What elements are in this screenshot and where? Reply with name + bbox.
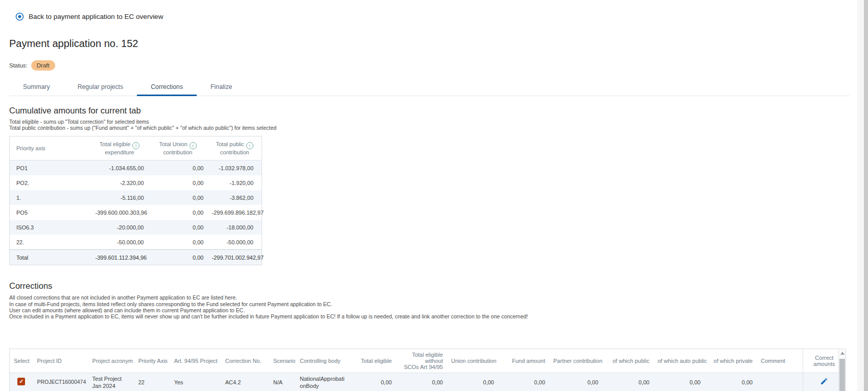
- status-label: Status:: [9, 62, 28, 68]
- page-scrollbar-track[interactable]: [857, 0, 864, 391]
- cumulative-amounts-table: Priority axis Total eligible expenditure…: [9, 136, 262, 265]
- col-of-which-private: of which private: [705, 349, 757, 373]
- corrections-heading: Corrections: [9, 281, 868, 291]
- table-row: ISO6.3 -20.000,00 0,00 -18.000,00: [10, 220, 262, 235]
- page-title: Payment application no. 152: [9, 38, 868, 50]
- col-comment: Comment: [757, 349, 803, 373]
- scrollbar-thumb[interactable]: [839, 359, 845, 391]
- col-total-union-contribution: Total Union contribution: [148, 136, 208, 160]
- col-controlling-body: Controlling body: [296, 349, 349, 373]
- cumulative-heading: Cumulative amounts for current tab: [9, 106, 868, 116]
- info-icon[interactable]: [190, 142, 197, 149]
- col-of-which-auto-public: of which auto public: [653, 349, 705, 373]
- col-select: Select: [10, 349, 33, 373]
- page-scrollbar-thumb[interactable]: [864, 0, 868, 391]
- corrections-note: All closed corrections that are not incl…: [9, 294, 868, 301]
- col-project-id: Project ID: [33, 349, 88, 373]
- info-icon[interactable]: [132, 142, 139, 149]
- col-union-contribution: Union contribution: [447, 349, 498, 373]
- table-vertical-scrollbar[interactable]: [838, 349, 846, 391]
- table-header-row: Select Project ID Project acronym Priori…: [10, 349, 846, 373]
- back-link-label: Back to payment application to EC overvi…: [29, 13, 163, 20]
- table-header-row: Priority axis Total eligible expenditure…: [10, 136, 262, 160]
- table-row: 1. -5.116,00 0,00 -3.862,00: [10, 190, 262, 205]
- table-row: 22. -50.000,00 0,00 -50.000,00: [10, 235, 262, 250]
- info-icon[interactable]: [246, 142, 253, 149]
- page: Back to payment application to EC overvi…: [0, 0, 868, 391]
- corrections-table: Select Project ID Project acronym Priori…: [9, 349, 846, 391]
- corrections-note: Once included in a Payment application t…: [9, 313, 868, 319]
- table-row: PO1 -1.034.655,00 0,00 -1.032.978,00: [10, 160, 262, 176]
- cumulative-note: Total eligible - sums up "Total correcti…: [9, 119, 868, 125]
- col-scenario: Scenario: [269, 349, 296, 373]
- col-fund-amount: Fund amount: [498, 349, 549, 373]
- tab-finalize[interactable]: Finalize: [197, 79, 246, 96]
- total-row: Total -399.601.112.394,96 0,00 -299.701.…: [10, 250, 262, 265]
- col-total-eligible: Total eligible: [349, 349, 396, 373]
- col-total-eligible-expenditure: Total eligible expenditure: [91, 136, 148, 160]
- cumulative-note: Total public contribution - sums up ("Fu…: [9, 125, 868, 131]
- col-project-acronym: Project acronym: [88, 349, 134, 373]
- tab-summary[interactable]: Summary: [9, 79, 64, 96]
- table-row: PROJECT16000474 Test Project Jan 2024 22…: [10, 373, 846, 391]
- col-correction-no: Correction No.: [221, 349, 269, 373]
- corrections-note: User can edit amounts (where allowed) an…: [9, 307, 868, 313]
- tab-regular-projects[interactable]: Regular projects: [64, 79, 137, 96]
- tab-bar: Summary Regular projects Corrections Fin…: [9, 79, 850, 96]
- table-row: PO5 -399.600.000.303,96 0,00 -299.699.89…: [10, 205, 262, 220]
- back-circle-icon: [15, 12, 24, 21]
- table-row: PO2. -2.320,00 0,00 -1.920,00: [10, 175, 262, 190]
- scrollbar-up-arrow-icon[interactable]: [840, 352, 844, 355]
- col-total-eligible-without-scos: Total eligible without SCOs Art 94/95: [396, 349, 447, 373]
- col-art-94-95-project: Art. 94/95 Project: [170, 349, 221, 373]
- col-partner-contribution: Partner contribution: [549, 349, 602, 373]
- col-total-public-contribution: Total public contribution: [208, 136, 262, 160]
- col-priority-axis: Priority axis: [10, 136, 91, 160]
- status-badge: Draft: [31, 60, 55, 71]
- col-priority-axis: Priority Axis: [134, 349, 170, 373]
- back-link[interactable]: Back to payment application to EC overvi…: [15, 12, 163, 21]
- tab-corrections[interactable]: Corrections: [137, 79, 197, 96]
- edit-pencil-icon[interactable]: [820, 377, 828, 385]
- row-select-checkbox[interactable]: [17, 378, 25, 385]
- corrections-note: In case of multi-Fund projects, items li…: [9, 301, 868, 307]
- col-of-which-public: of which public: [602, 349, 653, 373]
